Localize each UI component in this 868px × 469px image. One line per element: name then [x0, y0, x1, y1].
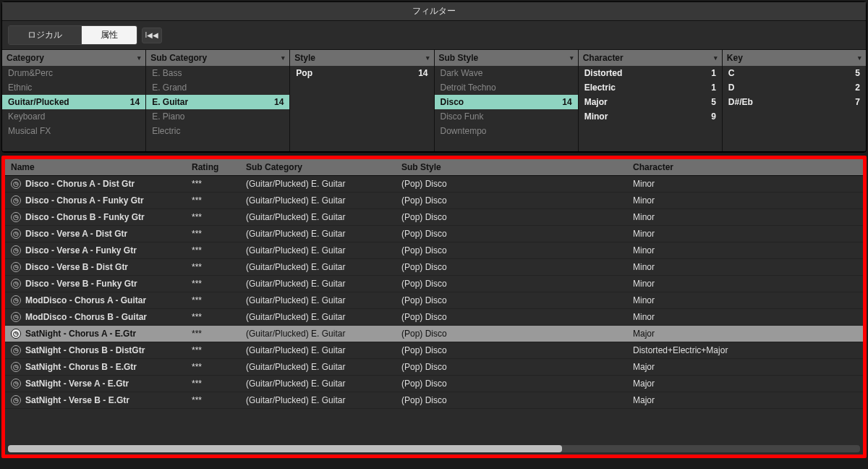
preset-icon[interactable]: ◷	[11, 395, 21, 405]
col-head-substyle[interactable]: Sub Style	[396, 159, 627, 175]
preset-icon[interactable]: ◷	[11, 245, 21, 255]
filter-item-label: Minor	[584, 111, 608, 122]
cell-rating[interactable]: ***	[186, 309, 240, 325]
col-head-rating[interactable]: Rating	[186, 159, 240, 175]
col-head-subcategory[interactable]: Sub Category	[240, 159, 396, 175]
cell-name: ◷Disco - Chorus A - Funky Gtr	[5, 193, 186, 208]
filter-column-header[interactable]: Category▾	[2, 50, 145, 66]
filter-column-header[interactable]: Character▾	[579, 50, 722, 66]
cell-rating[interactable]: ***	[186, 226, 240, 242]
preset-icon[interactable]: ◷	[11, 279, 21, 289]
preset-icon[interactable]: ◷	[11, 362, 21, 372]
filter-item[interactable]: Major5	[579, 95, 722, 109]
filter-item[interactable]: Guitar/Plucked14	[2, 95, 145, 109]
cell-rating[interactable]: ***	[186, 176, 240, 192]
filter-item[interactable]: Electric1	[579, 80, 722, 95]
result-row[interactable]: ◷SatNight - Verse A - E.Gtr***(Guitar/Pl…	[5, 376, 863, 392]
filter-item[interactable]: Pop14	[290, 66, 433, 80]
preset-icon[interactable]: ◷	[11, 262, 21, 272]
filter-item[interactable]: E. Grand	[146, 80, 289, 95]
filter-item[interactable]: C5	[723, 66, 866, 80]
filter-item[interactable]: E. Piano	[146, 109, 289, 124]
cell-substyle: (Pop) Disco	[396, 392, 627, 408]
result-row[interactable]: ◷SatNight - Chorus B - DistGtr***(Guitar…	[5, 342, 863, 359]
cell-name: ◷SatNight - Verse B - E.Gtr	[5, 392, 186, 408]
preset-icon[interactable]: ◷	[11, 179, 21, 189]
result-row[interactable]: ◷Disco - Chorus A - Funky Gtr***(Guitar/…	[5, 193, 863, 209]
filter-item-count: 1	[703, 68, 716, 78]
cell-substyle: (Pop) Disco	[396, 309, 627, 325]
preset-icon[interactable]: ◷	[11, 312, 21, 322]
result-row[interactable]: ◷ModDisco - Chorus A - Guitar***(Guitar/…	[5, 292, 863, 309]
filter-item[interactable]: Downtempo	[435, 124, 578, 138]
cell-rating[interactable]: ***	[186, 359, 240, 375]
filter-column-header[interactable]: Key▾	[723, 50, 866, 66]
preset-icon[interactable]: ◷	[11, 345, 21, 355]
cell-rating[interactable]: ***	[186, 242, 240, 258]
chevron-down-icon: ▾	[570, 54, 574, 62]
filter-item[interactable]: Keyboard	[2, 109, 145, 124]
filter-item-label: E. Grand	[152, 83, 187, 93]
result-row[interactable]: ◷Disco - Chorus B - Funky Gtr***(Guitar/…	[5, 209, 863, 226]
cell-rating[interactable]: ***	[186, 326, 240, 342]
filter-column: Category▾Drum&PercEthnicGuitar/Plucked14…	[2, 50, 146, 151]
result-row[interactable]: ◷Disco - Verse A - Dist Gtr***(Guitar/Pl…	[5, 226, 863, 242]
filter-item[interactable]: Disco14	[435, 95, 578, 109]
preset-icon[interactable]: ◷	[11, 195, 21, 206]
filter-column-body: Distorted1Electric1Major5Minor9	[579, 66, 722, 151]
preset-icon[interactable]: ◷	[11, 295, 21, 305]
filter-item[interactable]: E. Guitar14	[146, 95, 289, 109]
result-row[interactable]: ◷Disco - Verse A - Funky Gtr***(Guitar/P…	[5, 242, 863, 259]
preset-icon[interactable]: ◷	[11, 212, 21, 222]
filter-item[interactable]: Ethnic	[2, 80, 145, 95]
tab-attribute[interactable]: 属性	[82, 26, 137, 44]
cell-rating[interactable]: ***	[186, 276, 240, 292]
filter-item[interactable]: D2	[723, 80, 866, 95]
preset-name: SatNight - Verse A - E.Gtr	[25, 379, 129, 389]
preset-icon[interactable]: ◷	[11, 379, 21, 389]
filter-item[interactable]: Detroit Techno	[435, 80, 578, 95]
preset-name: SatNight - Chorus B - E.Gtr	[25, 362, 137, 372]
results-body[interactable]: ◷Disco - Chorus A - Dist Gtr***(Guitar/P…	[5, 176, 863, 445]
cell-rating[interactable]: ***	[186, 376, 240, 392]
preset-icon[interactable]: ◷	[11, 329, 21, 339]
preset-icon[interactable]: ◷	[11, 229, 21, 239]
filter-item[interactable]: Disco Funk	[435, 109, 578, 124]
filter-item[interactable]: Distorted1	[579, 66, 722, 80]
cell-rating[interactable]: ***	[186, 292, 240, 308]
filter-column-header[interactable]: Sub Category▾	[146, 50, 289, 66]
tab-logical[interactable]: ロジカル	[9, 26, 82, 44]
result-row[interactable]: ◷SatNight - Verse B - E.Gtr***(Guitar/Pl…	[5, 392, 863, 409]
filter-item-label: Distorted	[584, 68, 623, 78]
result-row[interactable]: ◷SatNight - Chorus A - E.Gtr***(Guitar/P…	[5, 326, 863, 342]
cell-rating[interactable]: ***	[186, 259, 240, 275]
col-head-character[interactable]: Character	[627, 159, 863, 175]
cell-rating[interactable]: ***	[186, 209, 240, 225]
chevron-down-icon: ▾	[426, 54, 430, 62]
reset-filter-button[interactable]: I◀◀	[142, 28, 162, 43]
filter-item[interactable]: E. Bass	[146, 66, 289, 80]
filter-item[interactable]: Musical FX	[2, 124, 145, 138]
horizontal-scrollbar[interactable]	[8, 445, 860, 452]
cell-character: Minor	[627, 242, 863, 258]
col-head-name[interactable]: Name	[5, 159, 186, 175]
result-row[interactable]: ◷ModDisco - Chorus B - Guitar***(Guitar/…	[5, 309, 863, 326]
filter-item[interactable]: Electric	[146, 124, 289, 138]
result-row[interactable]: ◷Disco - Chorus A - Dist Gtr***(Guitar/P…	[5, 176, 863, 193]
cell-rating[interactable]: ***	[186, 342, 240, 358]
cell-character: Minor	[627, 226, 863, 242]
filter-item-label: D	[728, 83, 735, 93]
filter-item[interactable]: Drum&Perc	[2, 66, 145, 80]
result-row[interactable]: ◷SatNight - Chorus B - E.Gtr***(Guitar/P…	[5, 359, 863, 376]
filter-item[interactable]: Minor9	[579, 109, 722, 124]
filter-item[interactable]: D#/Eb7	[723, 95, 866, 109]
result-row[interactable]: ◷Disco - Verse B - Dist Gtr***(Guitar/Pl…	[5, 259, 863, 276]
filter-column-header[interactable]: Sub Style▾	[435, 50, 578, 66]
result-row[interactable]: ◷Disco - Verse B - Funky Gtr***(Guitar/P…	[5, 276, 863, 292]
filter-item-label: E. Guitar	[152, 97, 188, 107]
cell-rating[interactable]: ***	[186, 193, 240, 208]
filter-item[interactable]: Dark Wave	[435, 66, 578, 80]
cell-subcategory: (Guitar/Plucked) E. Guitar	[240, 292, 396, 308]
filter-column-header[interactable]: Style▾	[290, 50, 433, 66]
cell-rating[interactable]: ***	[186, 392, 240, 408]
